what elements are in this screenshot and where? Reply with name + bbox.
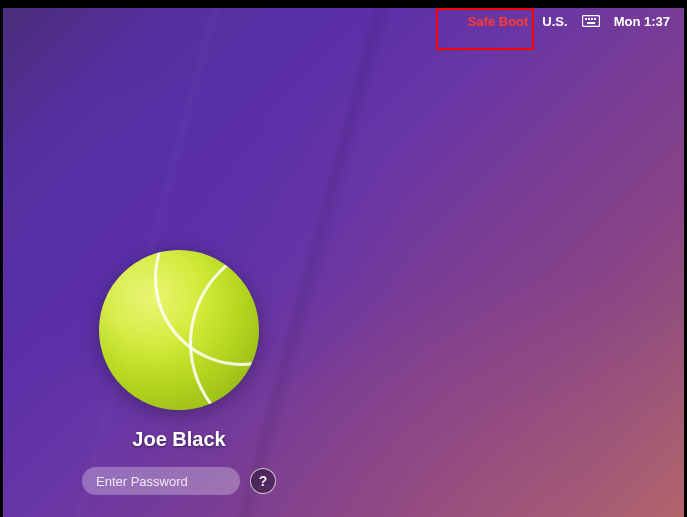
svg-rect-0 xyxy=(582,16,599,27)
input-source-label[interactable]: U.S. xyxy=(542,14,567,29)
password-row: ? xyxy=(82,467,276,495)
svg-rect-3 xyxy=(591,18,593,20)
question-mark-icon: ? xyxy=(259,473,268,489)
username-label: Joe Black xyxy=(132,428,225,451)
svg-rect-4 xyxy=(594,18,596,20)
keyboard-icon[interactable] xyxy=(582,15,600,27)
user-avatar[interactable] xyxy=(99,250,259,410)
password-input[interactable] xyxy=(82,467,240,495)
svg-rect-2 xyxy=(588,18,590,20)
svg-rect-1 xyxy=(585,18,587,20)
menu-bar: Safe Boot U.S. Mon 1:37 xyxy=(454,8,684,34)
svg-rect-5 xyxy=(587,22,595,24)
password-hint-button[interactable]: ? xyxy=(250,468,276,494)
login-panel: Joe Black ? xyxy=(82,250,276,495)
safe-boot-indicator: Safe Boot xyxy=(468,14,529,29)
tennis-ball-icon xyxy=(99,250,259,410)
clock[interactable]: Mon 1:37 xyxy=(614,14,670,29)
